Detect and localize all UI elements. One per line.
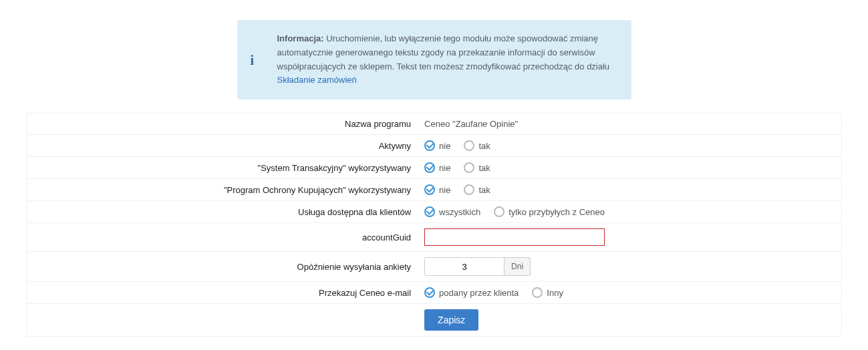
info-box: i Informacja: Uruchomienie, lub wyłączen…: [237, 20, 631, 100]
radio-service-all[interactable]: wszystkich: [424, 206, 480, 217]
label-account-guid: accountGuid: [27, 223, 418, 252]
radio-unchecked-icon: [464, 140, 474, 151]
radio-email-other[interactable]: Inny: [532, 287, 563, 298]
settings-table: Nazwa programu Ceneo "Zaufane Opinie" Ak…: [27, 113, 842, 337]
radio-active-yes[interactable]: tak: [464, 140, 490, 151]
radio-label: nie: [439, 163, 450, 173]
radio-checked-icon: [424, 287, 435, 298]
input-account-guid[interactable]: [424, 228, 605, 246]
radio-buyer-no[interactable]: nie: [424, 184, 450, 195]
radio-label: podany przez klienta: [439, 288, 519, 298]
radio-label: nie: [439, 185, 450, 195]
radio-email-client[interactable]: podany przez klienta: [424, 287, 519, 298]
radio-checked-icon: [424, 206, 435, 217]
delay-unit: Dni: [504, 257, 531, 276]
radio-label: tylko przybyłych z Ceneo: [509, 207, 605, 217]
label-program-name: Nazwa programu: [27, 114, 418, 135]
radio-trans-yes[interactable]: tak: [464, 162, 490, 173]
info-icon: i: [251, 49, 255, 71]
radio-active-no[interactable]: nie: [424, 140, 450, 151]
radio-trans-no[interactable]: nie: [424, 162, 450, 173]
radio-label: nie: [439, 141, 450, 151]
info-label: Informacja:: [277, 33, 324, 43]
radio-checked-icon: [424, 162, 435, 173]
save-button[interactable]: Zapisz: [424, 309, 478, 331]
radio-label: tak: [478, 185, 490, 195]
radio-label: tak: [478, 141, 490, 151]
radio-label: tak: [478, 163, 490, 173]
radio-unchecked-icon: [464, 184, 474, 195]
radio-label: Inny: [547, 288, 563, 298]
label-forward-email: Przekazuj Ceneo e-mail: [27, 282, 418, 304]
label-delay: Opóźnienie wysyłania ankiety: [27, 252, 418, 282]
radio-unchecked-icon: [494, 206, 504, 217]
radio-checked-icon: [424, 140, 435, 151]
radio-service-ceneo[interactable]: tylko przybyłych z Ceneo: [494, 206, 605, 217]
label-service-avail: Usługa dostępna dla klientów: [27, 201, 418, 223]
radio-label: wszystkich: [439, 207, 480, 217]
input-delay[interactable]: [424, 257, 504, 276]
label-buyer-prot: "Program Ochrony Kupujących" wykorzystyw…: [27, 179, 418, 201]
info-text: Uruchomienie, lub wyłączenie tego modułu…: [277, 33, 610, 71]
radio-unchecked-icon: [464, 162, 474, 173]
radio-unchecked-icon: [532, 287, 543, 298]
label-trans-system: "System Transakcyjny" wykorzystywany: [27, 157, 418, 179]
radio-buyer-yes[interactable]: tak: [464, 184, 490, 195]
value-program-name: Ceneo "Zaufane Opinie": [424, 119, 518, 129]
info-link[interactable]: Składanie zamówień: [277, 75, 357, 85]
radio-checked-icon: [424, 184, 435, 195]
label-active: Aktywny: [27, 135, 418, 157]
